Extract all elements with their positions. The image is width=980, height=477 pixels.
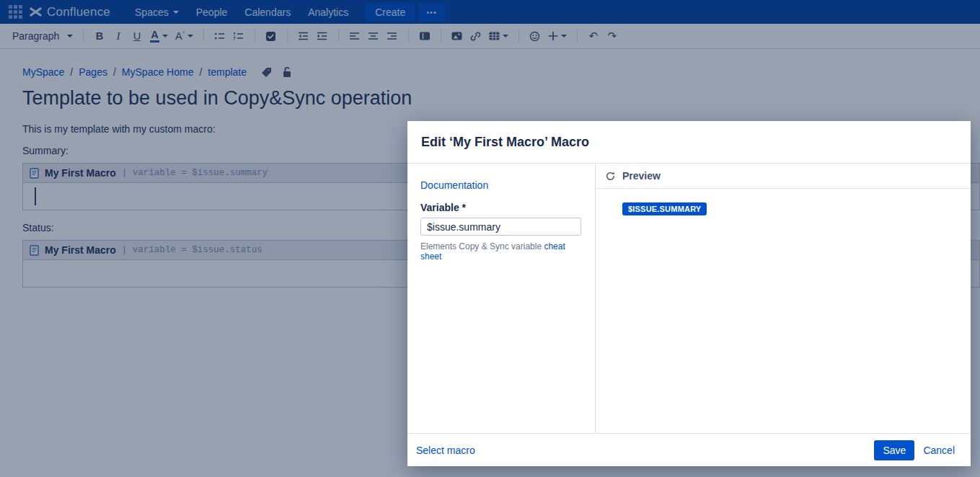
refresh-icon[interactable] [605, 171, 616, 182]
edit-macro-dialog: Edit ‘My First Macro’ Macro Documentatio… [407, 121, 971, 466]
save-button[interactable]: Save [874, 440, 914, 460]
variable-field-label: Variable * [420, 202, 582, 213]
macro-form-panel: Documentation Variable * Elements Copy &… [407, 164, 595, 433]
documentation-link[interactable]: Documentation [420, 179, 488, 191]
preview-header: Preview [596, 164, 971, 189]
variable-input[interactable] [420, 218, 581, 236]
variable-preview-badge: $ISSUE.SUMMARY [622, 202, 707, 215]
select-macro-link[interactable]: Select macro [416, 445, 475, 456]
variable-helper-text: Elements Copy & Sync variable cheat shee… [420, 241, 582, 262]
dialog-title: Edit ‘My First Macro’ Macro [421, 135, 589, 150]
dialog-footer: Select macro Save Cancel [407, 433, 971, 466]
dialog-body: Documentation Variable * Elements Copy &… [407, 164, 971, 433]
preview-title: Preview [622, 170, 661, 182]
preview-area: $ISSUE.SUMMARY [596, 189, 971, 433]
macro-preview-panel: Preview $ISSUE.SUMMARY [595, 164, 971, 433]
dialog-header: Edit ‘My First Macro’ Macro [407, 121, 971, 164]
cancel-button[interactable]: Cancel [923, 445, 955, 456]
